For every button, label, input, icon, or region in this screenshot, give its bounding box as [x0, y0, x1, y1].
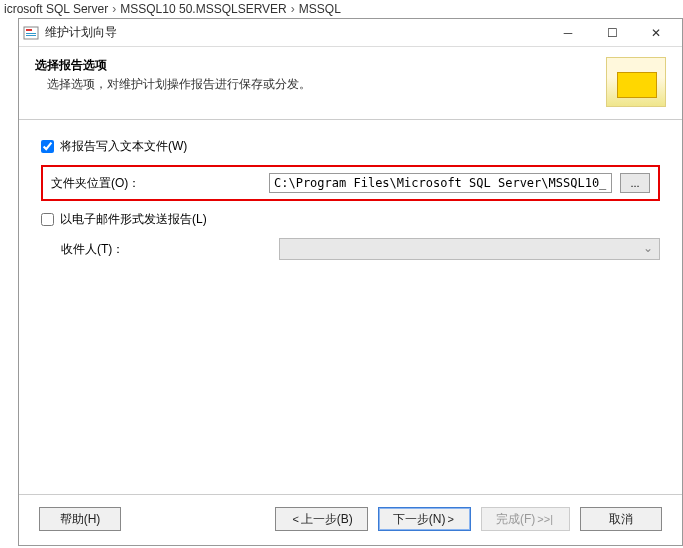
folder-location-row: 文件夹位置(O)： ... [41, 165, 660, 201]
help-button[interactable]: 帮助(H) [39, 507, 121, 531]
minimize-button[interactable]: ─ [546, 19, 590, 47]
titlebar: 维护计划向导 ─ ☐ ✕ [19, 19, 682, 47]
breadcrumb-part[interactable]: icrosoft SQL Server [4, 2, 108, 16]
write-file-checkbox[interactable] [41, 140, 54, 153]
next-button[interactable]: 下一步(N)> [378, 507, 471, 531]
chevron-right-icon: › [112, 2, 116, 16]
double-chevron-right-icon: >>| [537, 513, 553, 525]
write-file-option[interactable]: 将报告写入文本文件(W) [41, 138, 660, 155]
window-title: 维护计划向导 [45, 24, 546, 41]
back-button[interactable]: <上一步(B) [275, 507, 367, 531]
page-title: 选择报告选项 [35, 57, 606, 74]
wizard-icon [23, 25, 39, 41]
folder-location-input[interactable] [269, 173, 612, 193]
chevron-right-icon: > [448, 513, 454, 525]
browse-button[interactable]: ... [620, 173, 650, 193]
write-file-label: 将报告写入文本文件(W) [60, 138, 187, 155]
cancel-button[interactable]: 取消 [580, 507, 662, 531]
recipient-dropdown [279, 238, 660, 260]
folder-location-label: 文件夹位置(O)： [51, 175, 261, 192]
breadcrumb-part[interactable]: MSSQL [299, 2, 341, 16]
email-report-label: 以电子邮件形式发送报告(L) [60, 211, 207, 228]
chevron-right-icon: › [291, 2, 295, 16]
wizard-footer: 帮助(H) <上一步(B) 下一步(N)> 完成(F) >>| 取消 [19, 494, 682, 545]
email-report-option[interactable]: 以电子邮件形式发送报告(L) [41, 211, 660, 228]
svg-rect-1 [26, 29, 32, 31]
recipient-row: 收件人(T)： [61, 238, 660, 260]
maximize-button[interactable]: ☐ [590, 19, 634, 47]
header-image-icon [606, 57, 666, 107]
wizard-header: 选择报告选项 选择选项，对维护计划操作报告进行保存或分发。 [19, 47, 682, 120]
breadcrumb: icrosoft SQL Server › MSSQL10 50.MSSQLSE… [0, 0, 683, 18]
content-area: 将报告写入文本文件(W) 文件夹位置(O)： ... 以电子邮件形式发送报告(L… [19, 120, 682, 494]
svg-rect-3 [26, 35, 36, 36]
chevron-left-icon: < [292, 513, 298, 525]
breadcrumb-part[interactable]: MSSQL10 50.MSSQLSERVER [120, 2, 287, 16]
dialog-window: 维护计划向导 ─ ☐ ✕ 选择报告选项 选择选项，对维护计划操作报告进行保存或分… [18, 18, 683, 546]
close-button[interactable]: ✕ [634, 19, 678, 47]
svg-rect-2 [26, 33, 36, 34]
page-subtitle: 选择选项，对维护计划操作报告进行保存或分发。 [47, 76, 606, 93]
finish-button: 完成(F) >>| [481, 507, 570, 531]
recipient-label: 收件人(T)： [61, 241, 271, 258]
email-report-checkbox[interactable] [41, 213, 54, 226]
